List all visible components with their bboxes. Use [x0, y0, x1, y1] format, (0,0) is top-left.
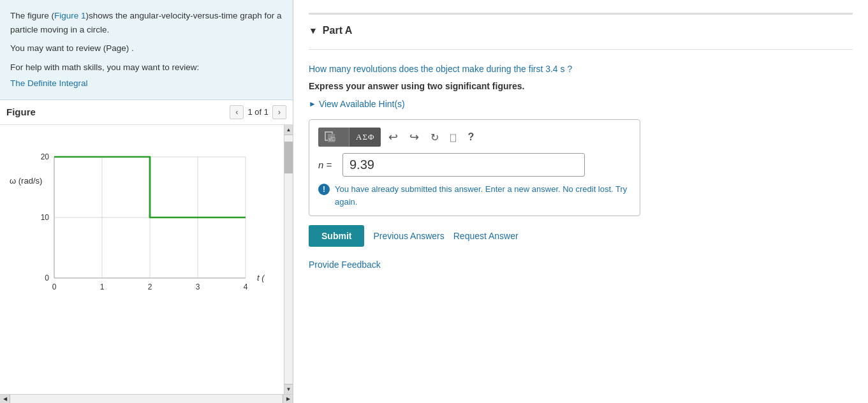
math-template-button[interactable]: √□ — [318, 128, 349, 147]
math-template-icon: √□ — [325, 131, 342, 143]
help-text: For help with math skills, you may want … — [10, 61, 283, 75]
svg-text:4: 4 — [244, 282, 248, 291]
part-title: Part A — [323, 25, 353, 36]
keyboard-button[interactable]: ⎕ — [446, 130, 460, 145]
part-collapse-toggle[interactable]: ▼ — [309, 26, 318, 36]
scroll-right-btn[interactable]: ▶ — [283, 395, 293, 403]
vertical-scrollbar[interactable]: ▲ ▼ — [284, 125, 293, 394]
action-row: Submit Previous Answers Request Answer — [309, 225, 853, 247]
scroll-down-btn[interactable]: ▼ — [284, 384, 293, 394]
definite-integral-link[interactable]: The Definite Integral — [10, 78, 88, 88]
next-figure-button[interactable]: › — [272, 105, 286, 119]
toolbar: √□ ΑΣΦ ↩ ↪ ↻ ⎕ ? — [318, 128, 631, 147]
review-text: You may want to review (Page) . — [10, 41, 283, 55]
scroll-track — [284, 135, 293, 384]
figure-count: 1 of 1 — [247, 107, 268, 117]
hint-link[interactable]: ► View Available Hint(s) — [309, 99, 853, 109]
chart-svg: 20 10 0 0 1 2 3 4 t (s) — [35, 150, 265, 323]
reset-button[interactable]: ↻ — [427, 129, 443, 145]
svg-text:0: 0 — [45, 274, 49, 282]
figure-link[interactable]: Figure 1 — [54, 11, 86, 20]
part-header: ▼ Part A — [309, 25, 853, 36]
warning-icon: ! — [318, 184, 330, 195]
figure-section: Figure ‹ 1 of 1 › ω (rad/s) — [0, 100, 293, 403]
redo-button[interactable]: ↪ — [406, 128, 423, 146]
intro-text: The figure (Figure 1)shows the angular-v… — [10, 9, 283, 36]
warning-message: ! You have already submitted this answer… — [318, 183, 631, 208]
hint-arrow-icon: ► — [309, 99, 316, 108]
hint-label: View Available Hint(s) — [319, 99, 405, 109]
request-answer-link[interactable]: Request Answer — [453, 231, 519, 241]
input-label: n = — [318, 159, 337, 170]
answer-input[interactable] — [342, 153, 585, 177]
svg-text:√□: √□ — [328, 136, 335, 142]
svg-text:10: 10 — [41, 213, 50, 222]
greek-symbols-button[interactable]: ΑΣΦ — [349, 128, 381, 147]
figure-content: ω (rad/s) — [0, 125, 284, 335]
answer-box: √□ ΑΣΦ ↩ ↪ ↻ ⎕ ? n = ! You have already … — [309, 119, 640, 216]
question-text: How many revolutions does the object mak… — [309, 62, 853, 76]
scroll-left-btn[interactable]: ◀ — [0, 395, 10, 403]
scroll-up-btn[interactable]: ▲ — [284, 125, 293, 135]
svg-text:t (s): t (s) — [257, 273, 265, 282]
part-divider — [309, 49, 853, 50]
submit-button[interactable]: Submit — [309, 225, 364, 247]
previous-answers-link[interactable]: Previous Answers — [373, 231, 444, 241]
prev-figure-button[interactable]: ‹ — [230, 105, 244, 119]
toolbar-btn-group: √□ ΑΣΦ — [318, 128, 381, 147]
feedback-link[interactable]: Provide Feedback — [309, 260, 381, 270]
horizontal-scrollbar[interactable]: ◀ ▶ — [0, 394, 293, 403]
figure-scroll-container: ω (rad/s) — [0, 125, 293, 394]
right-panel: ▼ Part A How many revolutions does the o… — [293, 0, 868, 403]
undo-button[interactable]: ↩ — [385, 128, 402, 146]
svg-text:3: 3 — [196, 282, 200, 291]
left-panel: The figure (Figure 1)shows the angular-v… — [0, 0, 293, 403]
figure-header: Figure ‹ 1 of 1 › — [0, 100, 293, 125]
help-button[interactable]: ? — [464, 129, 478, 145]
instruction-text: Express your answer using two significan… — [309, 81, 853, 91]
svg-text:0: 0 — [52, 282, 57, 291]
figure-nav: ‹ 1 of 1 › — [230, 105, 286, 119]
svg-text:20: 20 — [41, 152, 50, 161]
warning-text: You have already submitted this answer. … — [335, 183, 631, 208]
scroll-thumb[interactable] — [284, 142, 293, 173]
figure-title: Figure — [6, 106, 36, 117]
svg-text:1: 1 — [100, 282, 105, 291]
svg-text:2: 2 — [148, 282, 152, 291]
input-row: n = — [318, 153, 631, 177]
info-box: The figure (Figure 1)shows the angular-v… — [0, 0, 293, 100]
